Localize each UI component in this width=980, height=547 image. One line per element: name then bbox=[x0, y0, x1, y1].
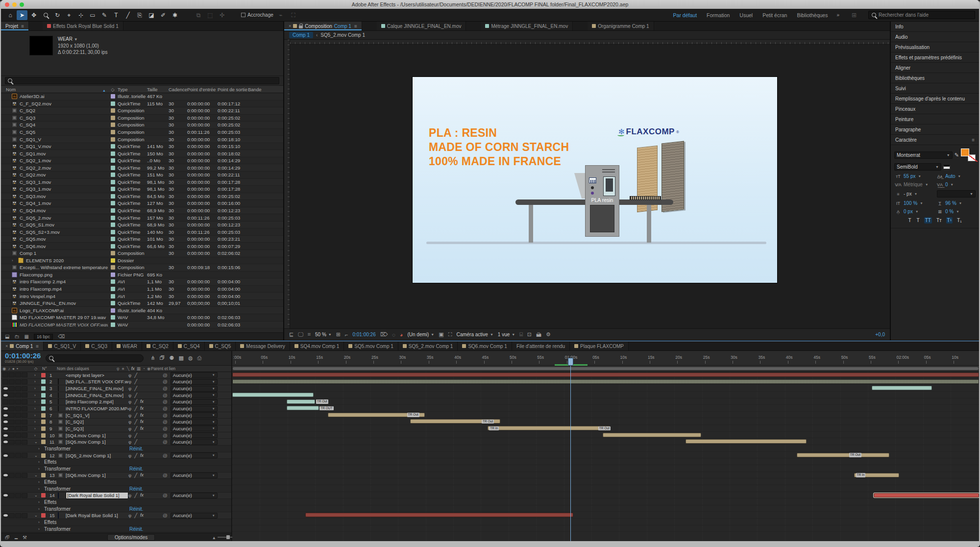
project-row[interactable]: Comp 1 Composition 30 0:00:00:00 0:02:06… bbox=[1, 250, 283, 257]
track-row[interactable]: TR Out bbox=[232, 452, 979, 459]
current-timecode[interactable]: 0:01:00:26 bbox=[5, 352, 41, 359]
project-row[interactable]: C_SQ4 Composition 30 0:00:00:00 0:00:25:… bbox=[1, 122, 283, 129]
exposure-value[interactable]: +0,0 bbox=[875, 332, 885, 337]
collapsed-panel-header[interactable]: Pinceaux bbox=[891, 104, 979, 114]
collapsed-panel-header[interactable]: Peinture bbox=[891, 114, 979, 124]
label-color-swatch[interactable] bbox=[111, 279, 115, 284]
pickwhip-icon[interactable]: @ bbox=[163, 439, 168, 445]
layer-expander[interactable]: › bbox=[34, 399, 41, 404]
project-row[interactable]: C_SQ5_2.mov QuickTime 157 Mo 30 0:00:11:… bbox=[1, 214, 283, 222]
quality-switch[interactable]: ╱ bbox=[134, 379, 137, 384]
timeline-comp-tab[interactable]: SQ5.mov Comp 1 bbox=[344, 342, 398, 350]
font-size-field[interactable]: ᴛT55 px▼ bbox=[894, 174, 934, 179]
fx-switch[interactable]: fx bbox=[140, 426, 144, 431]
reset-link[interactable]: Réinit. bbox=[129, 506, 143, 512]
project-row[interactable]: C_SQ3_1.mov QuickTime 98,1 Mo 30 0:00:00… bbox=[1, 186, 283, 193]
snapshot-icon[interactable]: ⌦ bbox=[380, 331, 388, 338]
label-color-swatch[interactable] bbox=[111, 94, 115, 99]
layer-name[interactable]: [C_SQ1_V] bbox=[66, 413, 90, 418]
layer-duration-bar[interactable] bbox=[287, 399, 315, 404]
layer-name[interactable]: [Dark Royal Blue Solid 1] bbox=[66, 492, 128, 499]
layer-label-swatch[interactable] bbox=[41, 493, 46, 497]
audio-toggle[interactable] bbox=[9, 453, 15, 458]
shy-switch[interactable]: φ bbox=[128, 373, 131, 378]
panel-menu-icon[interactable]: ≡ bbox=[36, 344, 39, 349]
resolution-dropdown[interactable]: (Un demi)▼ bbox=[407, 332, 434, 337]
shy-switch[interactable]: φ bbox=[128, 453, 131, 458]
audio-toggle[interactable] bbox=[9, 399, 15, 404]
label-color-swatch[interactable] bbox=[111, 244, 115, 249]
fast-previews-icon[interactable]: ▣ bbox=[439, 331, 443, 338]
audio-toggle[interactable] bbox=[9, 406, 15, 411]
layer-expander[interactable]: › bbox=[34, 433, 41, 438]
preview-timecode[interactable]: 0:01:00:26 bbox=[352, 332, 375, 337]
label-color-swatch[interactable] bbox=[111, 273, 115, 277]
project-row[interactable]: intro Flaxcomp 2.mp4 AVI 1,1 Mo 30 0:00:… bbox=[1, 278, 283, 286]
horizontal-scale-field[interactable]: T̲96 %▼ bbox=[936, 200, 976, 206]
label-column-icon[interactable]: ◇ bbox=[108, 87, 118, 92]
audio-toggle[interactable] bbox=[9, 379, 15, 384]
chevron-down-icon[interactable]: ▼ bbox=[74, 37, 78, 42]
pickwhip-icon[interactable]: @ bbox=[163, 393, 168, 398]
tool-button[interactable]: ✱ bbox=[170, 10, 180, 20]
pickwhip-icon[interactable]: @ bbox=[163, 493, 168, 498]
group-expander[interactable]: › bbox=[38, 520, 44, 524]
layer-label-swatch[interactable] bbox=[41, 453, 46, 458]
layer-row[interactable]: ⌄ 13 [SQ6.mov Comp 1] φ ╱ fx @ Aucun(e)▼ bbox=[1, 472, 231, 479]
solo-toggle[interactable] bbox=[15, 493, 21, 498]
layer-label-swatch[interactable] bbox=[41, 393, 46, 398]
track-row[interactable]: TR In bbox=[232, 472, 979, 479]
project-row[interactable]: C_SQ4_1.mov QuickTime 127 Mo 30 0:00:00:… bbox=[1, 200, 283, 207]
parent-select[interactable]: Aucun(e)▼ bbox=[171, 493, 218, 498]
timeline-comp-tab[interactable]: SQ6.mov Comp 1 bbox=[458, 342, 512, 350]
project-row[interactable]: C_SQ6.mov QuickTime 66,6 Mo 30 0:00:00:0… bbox=[1, 243, 283, 250]
video-toggle[interactable] bbox=[2, 426, 8, 431]
graph-editor-icon[interactable]: ⎙ bbox=[197, 355, 202, 361]
baseline-shift-field[interactable]: A͎0 px▼ bbox=[894, 209, 934, 214]
kerning-field[interactable]: V∕AMétrique▼ bbox=[894, 182, 934, 187]
solo-toggle[interactable] bbox=[15, 413, 21, 418]
collapsed-panel-header[interactable]: Prévisualisation bbox=[891, 42, 979, 52]
faux-style-button[interactable]: Tᴛ bbox=[935, 217, 943, 224]
timeline-comp-tab[interactable]: WEAR bbox=[112, 342, 142, 350]
fx-switch[interactable]: fx bbox=[140, 419, 144, 424]
show-snapshot-icon[interactable]: ◌ bbox=[392, 332, 395, 338]
tool-button[interactable]: ✐ bbox=[158, 10, 169, 20]
tool-button[interactable]: ➤ bbox=[17, 10, 27, 20]
pickwhip-icon[interactable]: @ bbox=[163, 413, 168, 418]
layer-expander[interactable]: › bbox=[34, 413, 41, 418]
collapsed-panel-header[interactable]: Suivi bbox=[891, 83, 979, 94]
vertical-scale-field[interactable]: IT100 %▼ bbox=[894, 200, 934, 206]
layer-duration-bar[interactable] bbox=[488, 426, 610, 430]
tab-calque[interactable]: Calque JINNGLE_FINAL_EN.mov bbox=[377, 22, 466, 30]
project-row[interactable]: C_F_SQ2.mov QuickTime 115 Mo 30 0:00:00:… bbox=[1, 100, 283, 108]
project-row[interactable]: intro Vespel.mp4 AVI 1,2 Mo 30 0:00:00:0… bbox=[1, 293, 283, 300]
project-row[interactable]: C_SQ1_V Composition 30 0:00:00:00 0:00:1… bbox=[1, 136, 283, 143]
project-row[interactable]: Flaxcompp.png Fichier PNG 695 Ko bbox=[1, 272, 283, 279]
solo-toggle[interactable] bbox=[15, 379, 21, 384]
bw-swatches-icon[interactable] bbox=[943, 165, 950, 169]
track-row[interactable] bbox=[232, 372, 979, 378]
parent-select[interactable]: Aucun(e)▼ bbox=[171, 372, 218, 378]
zoom-window-button[interactable] bbox=[20, 2, 24, 7]
layer-name[interactable]: [SQ4.mov Comp 1] bbox=[66, 433, 106, 438]
workspace-tab[interactable]: Formation bbox=[707, 12, 730, 18]
label-color-swatch[interactable] bbox=[111, 301, 115, 305]
track-row[interactable] bbox=[232, 512, 979, 519]
label-color-swatch[interactable] bbox=[111, 130, 115, 134]
solo-toggle[interactable] bbox=[15, 393, 21, 398]
project-row[interactable]: Logo_FLAXCOMP.ai Illustr..torielle 404 K… bbox=[1, 307, 283, 314]
track-row[interactable]: TR InTR Out bbox=[232, 425, 979, 432]
lock-toggle[interactable] bbox=[22, 513, 27, 518]
layer-duration-bar[interactable] bbox=[232, 373, 979, 377]
project-row[interactable]: C_SQ2_1.mov QuickTime ..0 Mo 30 0:00:00:… bbox=[1, 157, 283, 165]
faux-style-button[interactable]: T bbox=[907, 217, 912, 224]
layer-name[interactable]: [C_SQ3] bbox=[66, 426, 84, 431]
layer-row[interactable]: › 5 [intro Flaxcomp 2.mp4] φ ╱ fx @ Aucu… bbox=[1, 399, 231, 406]
group-expander[interactable]: › bbox=[38, 500, 44, 504]
parent-select[interactable]: Aucun(e)▼ bbox=[171, 379, 218, 385]
timeline-comp-tab[interactable]: C_SQ2 bbox=[142, 342, 173, 350]
expand-layers-icon[interactable]: 🗗 bbox=[5, 535, 10, 540]
quality-switch[interactable]: ╱ bbox=[134, 493, 137, 498]
video-toggle[interactable] bbox=[2, 440, 8, 445]
